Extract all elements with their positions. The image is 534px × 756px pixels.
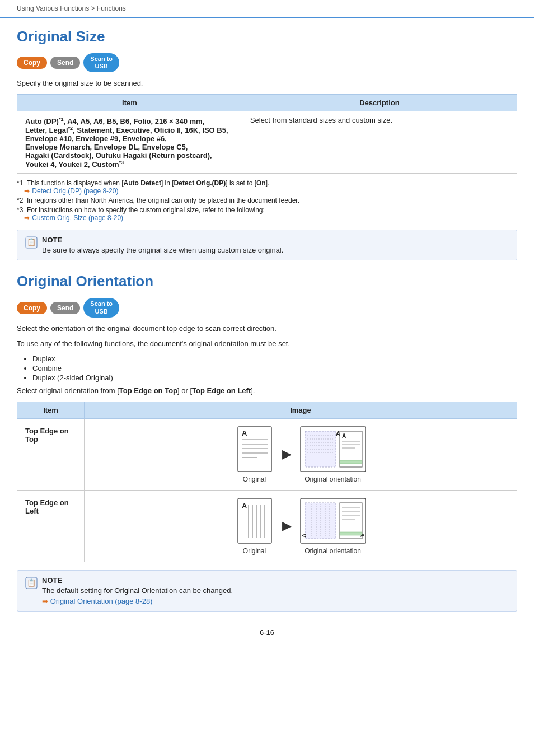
- orig-label-1: Original: [243, 475, 266, 483]
- item-cell: Auto (DP)*1, A4, A5, A6, B5, B6, Folio, …: [17, 111, 242, 174]
- footnote-1-link[interactable]: Detect Orig.(DP) (page 8-20): [32, 187, 118, 195]
- page-number: 6-16: [17, 628, 517, 637]
- orientation-row-2: Top Edge on Left A: [17, 490, 517, 562]
- orient-image-1: A Original ▶: [85, 418, 517, 490]
- orient-col-item: Item: [17, 402, 85, 418]
- orientation-row-1: Top Edge on Top A: [17, 418, 517, 490]
- note-label-1: NOTE: [42, 236, 283, 244]
- svg-rect-32: [305, 503, 336, 539]
- desc-cell: Select from standard sizes and custom si…: [242, 111, 517, 174]
- section1-intro: Specify the original size to be scanned.: [17, 79, 517, 87]
- svg-text:A: A: [242, 502, 247, 510]
- section2-note-box: 📋 NOTE The default setting for Original …: [17, 570, 517, 612]
- section2-select-text: Select original orientation from [Top Ed…: [17, 386, 517, 395]
- svg-rect-45: [340, 532, 362, 535]
- badge-send-2: Send: [50, 302, 80, 314]
- arrow-icon-1: ▶: [282, 447, 292, 461]
- orient-label-display-1: Original orientation: [305, 475, 361, 483]
- section2-title: Original Orientation: [17, 273, 517, 290]
- section1-title: Original Size: [17, 28, 517, 45]
- section2-bullets: Duplex Combine Duplex (2-sided Original): [32, 354, 517, 382]
- svg-text:A: A: [242, 429, 247, 437]
- footnote-3: *3 For instructions on how to specify th…: [17, 206, 517, 222]
- section2-note-link[interactable]: Original Orientation (page 8-28): [50, 597, 153, 605]
- badge-send-1: Send: [50, 57, 80, 69]
- note-icon-2: 📋: [25, 577, 38, 589]
- orig-label-2: Original: [243, 547, 266, 555]
- section2-intro1: Select the orientation of the original d…: [17, 324, 517, 333]
- section1-table: Item Description Auto (DP)*1, A4, A5, A6…: [17, 94, 517, 174]
- orient-display-2: A A: [299, 497, 367, 545]
- orient-label-1: Top Edge on Top: [17, 418, 85, 490]
- svg-text:A: A: [342, 433, 346, 439]
- bullet-duplex: Duplex: [32, 354, 517, 363]
- section1-badges: Copy Send Scan to USB: [17, 53, 517, 72]
- orient-display-1: A A: [299, 426, 367, 473]
- footnote-3-link[interactable]: Custom Orig. Size (page 8-20): [32, 214, 123, 222]
- bullet-duplex2: Duplex (2-sided Original): [32, 374, 517, 382]
- note-text-2: The default setting for Original Orienta…: [42, 586, 233, 595]
- note-text-1: Be sure to always specify the original s…: [42, 246, 283, 254]
- footnote-2: *2 In regions other than North America, …: [17, 197, 517, 204]
- badge-scan-2: Scan to USB: [83, 298, 119, 317]
- breadcrumb: Using Various Functions > Functions: [0, 0, 534, 18]
- col-item: Item: [17, 95, 242, 111]
- badge-copy-2: Copy: [17, 302, 47, 314]
- col-desc: Description: [242, 95, 517, 111]
- section2-badges: Copy Send Scan to USB: [17, 298, 517, 317]
- badge-copy-1: Copy: [17, 57, 47, 69]
- orient-image-2: A Original ▶: [85, 490, 517, 562]
- arrow-icon-2: ▶: [282, 519, 292, 533]
- bullet-combine: Combine: [32, 364, 517, 372]
- original-doc-svg-2: A: [235, 497, 274, 545]
- note-label-2: NOTE: [42, 576, 233, 585]
- section1-note-box: 📋 NOTE Be sure to always specify the ori…: [17, 230, 517, 260]
- orientation-table: Item Image Top Edge on Top A: [17, 402, 517, 562]
- svg-text:A: A: [301, 534, 307, 538]
- section2-intro2: To use any of the following functions, t…: [17, 339, 517, 348]
- note-icon-1: 📋: [25, 236, 38, 249]
- footnote-1: *1 This function is displayed when [Auto…: [17, 179, 517, 195]
- svg-text:📋: 📋: [27, 578, 36, 587]
- original-doc-svg-1: A: [235, 426, 274, 473]
- badge-scan-1: Scan to USB: [83, 53, 119, 72]
- orient-label-2: Top Edge on Left: [17, 490, 85, 562]
- orient-label-display-2: Original orientation: [305, 547, 361, 555]
- svg-rect-23: [340, 460, 362, 464]
- table-row: Auto (DP)*1, A4, A5, A6, B5, B6, Folio, …: [17, 111, 517, 174]
- svg-text:📋: 📋: [27, 237, 36, 247]
- orient-col-image: Image: [85, 402, 517, 418]
